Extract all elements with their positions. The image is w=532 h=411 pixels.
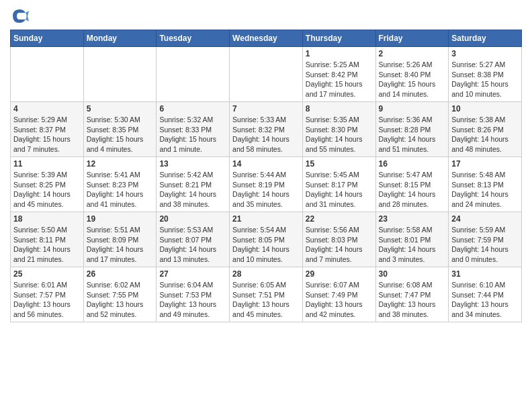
day-of-week-header: Friday (375, 30, 449, 47)
calendar-cell: 3Sunrise: 5:27 AMSunset: 8:38 PMDaylight… (449, 47, 522, 102)
day-number: 24 (451, 214, 519, 224)
day-info: Sunrise: 5:58 AMSunset: 8:01 PMDaylight:… (379, 225, 446, 265)
calendar-cell (230, 47, 303, 102)
day-number: 8 (306, 104, 373, 113)
calendar-cell: 11Sunrise: 5:39 AMSunset: 8:25 PMDayligh… (11, 157, 84, 212)
day-info: Sunrise: 5:26 AMSunset: 8:40 PMDaylight:… (379, 60, 446, 99)
calendar-cell: 31Sunrise: 6:10 AMSunset: 7:44 PMDayligh… (449, 267, 522, 322)
day-info: Sunrise: 5:38 AMSunset: 8:26 PMDaylight:… (451, 115, 519, 154)
day-of-week-header: Saturday (449, 30, 522, 47)
day-number: 4 (13, 104, 81, 113)
day-number: 18 (13, 214, 81, 224)
day-info: Sunrise: 6:08 AMSunset: 7:47 PMDaylight:… (379, 280, 446, 320)
calendar-cell: 4Sunrise: 5:29 AMSunset: 8:37 PMDaylight… (11, 102, 84, 157)
calendar-week-row: 1Sunrise: 5:25 AMSunset: 8:42 PMDaylight… (11, 47, 522, 102)
day-info: Sunrise: 6:10 AMSunset: 7:44 PMDaylight:… (451, 280, 519, 320)
day-number: 12 (87, 159, 154, 169)
day-number: 10 (451, 104, 519, 113)
day-number: 2 (379, 49, 446, 58)
calendar-cell: 8Sunrise: 5:35 AMSunset: 8:30 PMDaylight… (302, 102, 375, 157)
calendar-cell (11, 47, 84, 102)
day-info: Sunrise: 6:01 AMSunset: 7:57 PMDaylight:… (13, 280, 81, 320)
day-number: 11 (13, 159, 81, 169)
day-info: Sunrise: 5:30 AMSunset: 8:35 PMDaylight:… (87, 115, 154, 154)
day-number: 25 (13, 269, 81, 279)
day-info: Sunrise: 5:44 AMSunset: 8:19 PMDaylight:… (232, 170, 300, 210)
day-info: Sunrise: 5:59 AMSunset: 7:59 PMDaylight:… (451, 225, 519, 265)
calendar-cell: 27Sunrise: 6:04 AMSunset: 7:53 PMDayligh… (157, 267, 230, 322)
day-number: 9 (379, 104, 446, 113)
day-info: Sunrise: 5:27 AMSunset: 8:38 PMDaylight:… (451, 60, 519, 99)
day-info: Sunrise: 6:05 AMSunset: 7:51 PMDaylight:… (232, 280, 300, 320)
calendar-cell: 29Sunrise: 6:07 AMSunset: 7:49 PMDayligh… (302, 267, 375, 322)
calendar-cell: 14Sunrise: 5:44 AMSunset: 8:19 PMDayligh… (230, 157, 303, 212)
calendar-cell: 15Sunrise: 5:45 AMSunset: 8:17 PMDayligh… (302, 157, 375, 212)
day-number: 17 (451, 159, 519, 169)
calendar-cell: 10Sunrise: 5:38 AMSunset: 8:26 PMDayligh… (449, 102, 522, 157)
day-info: Sunrise: 6:02 AMSunset: 7:55 PMDaylight:… (87, 280, 154, 320)
calendar-cell: 19Sunrise: 5:51 AMSunset: 8:09 PMDayligh… (83, 212, 157, 267)
day-info: Sunrise: 5:29 AMSunset: 8:37 PMDaylight:… (13, 115, 81, 154)
day-of-week-header: Tuesday (157, 30, 230, 47)
calendar-cell: 18Sunrise: 5:50 AMSunset: 8:11 PMDayligh… (11, 212, 84, 267)
day-number: 14 (232, 159, 300, 169)
day-number: 23 (379, 214, 446, 224)
day-info: Sunrise: 5:56 AMSunset: 8:03 PMDaylight:… (306, 225, 373, 265)
day-info: Sunrise: 5:42 AMSunset: 8:21 PMDaylight:… (159, 170, 226, 210)
logo-icon (10, 7, 29, 26)
calendar-cell: 5Sunrise: 5:30 AMSunset: 8:35 PMDaylight… (83, 102, 157, 157)
day-number: 15 (306, 159, 373, 169)
day-number: 6 (159, 104, 226, 113)
calendar-cell: 6Sunrise: 5:32 AMSunset: 8:33 PMDaylight… (157, 102, 230, 157)
day-info: Sunrise: 5:45 AMSunset: 8:17 PMDaylight:… (306, 170, 373, 210)
day-info: Sunrise: 5:51 AMSunset: 8:09 PMDaylight:… (87, 225, 154, 265)
day-number: 5 (87, 104, 154, 113)
calendar-cell: 1Sunrise: 5:25 AMSunset: 8:42 PMDaylight… (302, 47, 375, 102)
calendar-cell: 13Sunrise: 5:42 AMSunset: 8:21 PMDayligh… (157, 157, 230, 212)
calendar-cell: 9Sunrise: 5:36 AMSunset: 8:28 PMDaylight… (375, 102, 449, 157)
calendar-cell: 24Sunrise: 5:59 AMSunset: 7:59 PMDayligh… (449, 212, 522, 267)
day-number: 22 (306, 214, 373, 224)
calendar-cell: 25Sunrise: 6:01 AMSunset: 7:57 PMDayligh… (11, 267, 84, 322)
day-info: Sunrise: 5:39 AMSunset: 8:25 PMDaylight:… (13, 170, 81, 210)
day-number: 20 (159, 214, 226, 224)
calendar-cell: 22Sunrise: 5:56 AMSunset: 8:03 PMDayligh… (302, 212, 375, 267)
day-info: Sunrise: 5:25 AMSunset: 8:42 PMDaylight:… (306, 60, 373, 99)
day-info: Sunrise: 5:50 AMSunset: 8:11 PMDaylight:… (13, 225, 81, 265)
calendar-cell (157, 47, 230, 102)
day-number: 7 (232, 104, 300, 113)
calendar-cell: 16Sunrise: 5:47 AMSunset: 8:15 PMDayligh… (375, 157, 449, 212)
day-number: 13 (159, 159, 226, 169)
calendar-cell (83, 47, 157, 102)
day-number: 26 (87, 269, 154, 279)
day-of-week-header: Wednesday (230, 30, 303, 47)
calendar-cell: 12Sunrise: 5:41 AMSunset: 8:23 PMDayligh… (83, 157, 157, 212)
calendar-cell: 20Sunrise: 5:53 AMSunset: 8:07 PMDayligh… (157, 212, 230, 267)
day-number: 29 (306, 269, 373, 279)
day-info: Sunrise: 5:54 AMSunset: 8:05 PMDaylight:… (232, 225, 300, 265)
day-info: Sunrise: 5:36 AMSunset: 8:28 PMDaylight:… (379, 115, 446, 154)
day-number: 1 (306, 49, 373, 58)
day-number: 30 (379, 269, 446, 279)
calendar-cell: 17Sunrise: 5:48 AMSunset: 8:13 PMDayligh… (449, 157, 522, 212)
calendar-header-row: SundayMondayTuesdayWednesdayThursdayFrid… (11, 30, 522, 47)
logo (10, 7, 32, 26)
page-header (10, 7, 522, 26)
day-info: Sunrise: 5:53 AMSunset: 8:07 PMDaylight:… (159, 225, 226, 265)
calendar-cell: 26Sunrise: 6:02 AMSunset: 7:55 PMDayligh… (83, 267, 157, 322)
day-of-week-header: Monday (83, 30, 157, 47)
day-info: Sunrise: 5:35 AMSunset: 8:30 PMDaylight:… (306, 115, 373, 154)
day-number: 19 (87, 214, 154, 224)
calendar-cell: 7Sunrise: 5:33 AMSunset: 8:32 PMDaylight… (230, 102, 303, 157)
day-info: Sunrise: 5:41 AMSunset: 8:23 PMDaylight:… (87, 170, 154, 210)
calendar-week-row: 4Sunrise: 5:29 AMSunset: 8:37 PMDaylight… (11, 102, 522, 157)
calendar: SundayMondayTuesdayWednesdayThursdayFrid… (10, 30, 522, 322)
day-info: Sunrise: 5:48 AMSunset: 8:13 PMDaylight:… (451, 170, 519, 210)
calendar-cell: 2Sunrise: 5:26 AMSunset: 8:40 PMDaylight… (375, 47, 449, 102)
day-number: 31 (451, 269, 519, 279)
day-info: Sunrise: 5:32 AMSunset: 8:33 PMDaylight:… (159, 115, 226, 154)
calendar-cell: 30Sunrise: 6:08 AMSunset: 7:47 PMDayligh… (375, 267, 449, 322)
calendar-cell: 28Sunrise: 6:05 AMSunset: 7:51 PMDayligh… (230, 267, 303, 322)
day-number: 3 (451, 49, 519, 58)
calendar-week-row: 25Sunrise: 6:01 AMSunset: 7:57 PMDayligh… (11, 267, 522, 322)
